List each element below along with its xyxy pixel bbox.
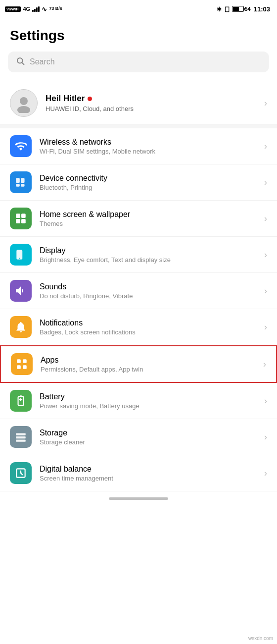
settings-item-wireless[interactable]: Wireless & networks Wi-Fi, Dual SIM sett… (0, 128, 277, 164)
vowifi-indicator: VoWiFi (5, 6, 21, 12)
homescreen-subtitle: Themes (40, 220, 264, 227)
wireless-title: Wireless & networks (40, 138, 264, 147)
svg-rect-10 (16, 219, 20, 223)
connectivity-title: Device connectivity (40, 174, 264, 183)
settings-list: Wireless & networks Wi-Fi, Dual SIM sett… (0, 128, 277, 491)
connectivity-subtitle: Bluetooth, Printing (40, 184, 264, 191)
svg-rect-21 (16, 436, 26, 438)
homescreen-content: Home screen & wallpaper Themes (40, 210, 264, 227)
storage-content: Storage Storage cleaner (40, 429, 264, 446)
svg-rect-15 (23, 359, 27, 363)
svg-rect-17 (23, 365, 27, 369)
wireless-icon (10, 135, 32, 157)
wireless-content: Wireless & networks Wi-Fi, Dual SIM sett… (40, 138, 264, 155)
digitalbalance-subtitle: Screen time management (40, 475, 264, 482)
svg-rect-6 (16, 184, 20, 186)
search-icon (16, 56, 25, 67)
profile-info: Heil Hitler HUAWEI ID, Cloud, and others (46, 94, 264, 112)
network-speed: 73 B/s (49, 6, 62, 11)
apps-title: Apps (41, 356, 263, 365)
battery-title: Battery (40, 392, 264, 401)
battery-chevron-icon: › (264, 396, 267, 406)
sounds-title: Sounds (40, 282, 264, 291)
vibrate-icon: ⎕ (225, 5, 229, 13)
storage-chevron-icon: › (264, 432, 267, 442)
apps-chevron-icon: › (263, 359, 266, 370)
settings-item-notifications[interactable]: Notifications Badges, Lock screen notifi… (0, 309, 277, 345)
sounds-icon (10, 280, 32, 302)
homescreen-title: Home screen & wallpaper (40, 210, 264, 219)
sounds-subtitle: Do not disturb, Ringtone, Vibrate (40, 292, 264, 300)
settings-item-display[interactable]: Display Brightness, Eye comfort, Text an… (0, 237, 277, 273)
settings-item-storage[interactable]: Storage Storage cleaner › (0, 419, 277, 455)
sounds-content: Sounds Do not disturb, Ringtone, Vibrate (40, 282, 264, 300)
search-placeholder: Search (30, 57, 55, 66)
apps-content: Apps Permissions, Default apps, App twin (41, 356, 263, 373)
section-divider (0, 124, 277, 128)
display-chevron-icon: › (264, 250, 267, 260)
notifications-icon (10, 316, 32, 338)
settings-item-connectivity[interactable]: Device connectivity Bluetooth, Printing … (0, 164, 277, 201)
home-indicator (0, 491, 277, 504)
apps-subtitle: Permissions, Default apps, App twin (41, 366, 263, 373)
svg-line-1 (22, 62, 24, 64)
settings-item-digitalbalance[interactable]: Digital balance Screen time management › (0, 455, 277, 491)
notifications-subtitle: Badges, Lock screen notifications (40, 328, 264, 336)
profile-subtitle: HUAWEI ID, Cloud, and others (46, 105, 264, 112)
wifi-icon: ∿ (42, 5, 47, 13)
storage-subtitle: Storage cleaner (40, 438, 264, 446)
wireless-chevron-icon: › (264, 141, 267, 152)
connectivity-chevron-icon: › (264, 177, 267, 188)
notifications-title: Notifications (40, 319, 264, 327)
wireless-subtitle: Wi-Fi, Dual SIM settings, Mobile network (40, 148, 264, 155)
settings-item-battery[interactable]: Battery Power saving mode, Battery usage… (0, 383, 277, 419)
svg-rect-16 (17, 365, 21, 369)
svg-rect-5 (21, 178, 25, 183)
digitalbalance-chevron-icon: › (264, 468, 267, 479)
settings-item-apps[interactable]: Apps Permissions, Default apps, App twin… (0, 345, 277, 383)
signal-bars (32, 6, 40, 12)
storage-title: Storage (40, 429, 264, 437)
apps-icon (11, 353, 33, 375)
notifications-chevron-icon: › (264, 322, 267, 332)
profile-name: Heil Hitler (46, 94, 264, 104)
digitalbalance-icon (10, 462, 32, 484)
homescreen-chevron-icon: › (264, 214, 267, 224)
notifications-content: Notifications Badges, Lock screen notifi… (40, 319, 264, 336)
svg-rect-22 (16, 439, 26, 441)
svg-rect-9 (21, 214, 26, 218)
display-content: Display Brightness, Eye comfort, Text an… (40, 246, 264, 264)
bluetooth-icon: ∗ (216, 5, 222, 13)
sounds-chevron-icon: › (264, 286, 267, 296)
svg-rect-7 (21, 184, 25, 186)
status-left: VoWiFi 4G ∿ 73 B/s (5, 5, 62, 13)
digitalbalance-content: Digital balance Screen time management (40, 465, 264, 482)
display-subtitle: Brightness, Eye comfort, Text and displa… (40, 256, 264, 264)
home-pill (109, 497, 168, 500)
battery-indicator: 54 (232, 6, 251, 12)
clock: 11:03 (254, 5, 270, 13)
display-icon (10, 244, 32, 266)
svg-point-2 (20, 97, 28, 105)
battery-content: Battery Power saving mode, Battery usage (40, 392, 264, 410)
profile-section[interactable]: Heil Hitler HUAWEI ID, Cloud, and others… (0, 82, 277, 124)
settings-item-homescreen[interactable]: Home screen & wallpaper Themes › (0, 201, 277, 237)
profile-chevron-icon: › (264, 98, 267, 108)
status-bar: VoWiFi 4G ∿ 73 B/s ∗ ⎕ 54 11:03 (0, 0, 277, 18)
svg-rect-4 (16, 178, 20, 183)
svg-rect-14 (17, 359, 21, 363)
battery-level: 54 (245, 6, 251, 12)
settings-item-sounds[interactable]: Sounds Do not disturb, Ringtone, Vibrate… (0, 273, 277, 309)
search-bar[interactable]: Search (8, 52, 269, 72)
battery-settings-icon (10, 390, 32, 412)
svg-rect-11 (21, 219, 26, 223)
status-right: ∗ ⎕ 54 11:03 (216, 5, 271, 13)
watermark: wsxdn.com (248, 636, 273, 641)
storage-icon (10, 426, 32, 448)
battery-icon (232, 6, 244, 12)
online-indicator (88, 97, 92, 101)
digitalbalance-title: Digital balance (40, 465, 264, 474)
connectivity-icon (10, 171, 32, 193)
svg-rect-8 (16, 214, 20, 218)
svg-rect-19 (20, 395, 22, 397)
